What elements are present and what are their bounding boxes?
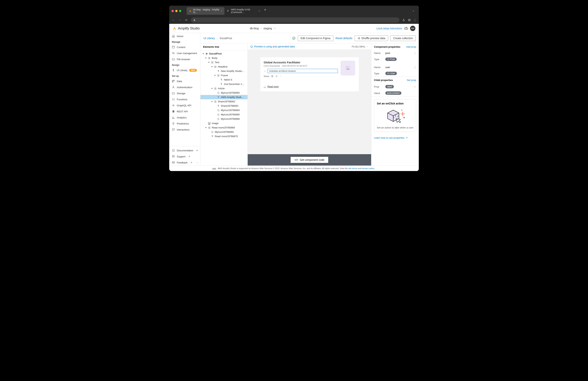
tree-row[interactable]: T2nd December 2… — [200, 82, 248, 86]
tree-row[interactable]: ▼Read more29766868 — [200, 125, 248, 130]
preview-info-link[interactable]: Preview is using auto-generated data — [250, 45, 295, 48]
browser-tab-2[interactable]: AWS Amplify UI Kit (Communit… × — [224, 7, 262, 15]
tree-row[interactable]: TNew Amplify Studio… — [200, 69, 248, 73]
close-tab-icon[interactable]: × — [259, 10, 260, 12]
sidebar-item-home[interactable]: Home — [169, 33, 200, 39]
sidebar-item-authentication[interactable]: Authentication — [169, 84, 200, 90]
arrow-right-icon: → — [264, 85, 266, 88]
set-prop-button[interactable]: Set prop — [407, 79, 416, 82]
reset-defaults-button[interactable]: Reset defaults — [336, 37, 353, 40]
avatar[interactable]: AW — [410, 26, 415, 31]
tree-label: Headline — [218, 65, 228, 68]
tree-twisty-icon[interactable]: ▼ — [211, 66, 213, 68]
fit-control[interactable]: Fit (61.59%) — [352, 45, 369, 48]
new-tab-button[interactable]: + — [262, 7, 268, 15]
prop-pill: label — [385, 85, 394, 88]
tree-row[interactable]: TAWS Amplify Studi… — [200, 95, 248, 99]
sidebar-item-file-browser[interactable]: File browser — [169, 56, 200, 62]
more-icon[interactable]: ⋮ — [414, 52, 416, 54]
preview-canvas[interactable]: Global Accounts Facilitator Carol Swania… — [248, 50, 371, 154]
tree-twisty-icon[interactable]: ▼ — [214, 74, 216, 76]
sidebar-item-rest-api[interactable]: REST API — [169, 108, 200, 114]
feedback-icon — [172, 161, 175, 164]
collapse-sidebar-icon[interactable]: ‹ — [197, 161, 198, 164]
add-prop-button[interactable]: Add prop — [406, 45, 416, 48]
sidebar-item-graphql-api[interactable]: GraphQL API — [169, 102, 200, 108]
tab-overflow-dropdown[interactable] — [412, 10, 415, 12]
tree-row[interactable]: ▼Share29766862 — [200, 99, 248, 104]
tree-row[interactable]: MyIcon29766869 — [200, 130, 248, 134]
sidebar-item-documentation[interactable]: Documentation↗ — [169, 147, 200, 154]
tree-twisty-icon[interactable]: ▼ — [202, 53, 204, 55]
sidebar-item-data[interactable]: Data — [169, 78, 200, 84]
sidebar-item-analytics[interactable]: Analytics — [169, 114, 200, 120]
forward-button[interactable]: → — [178, 18, 182, 22]
svg-point-11 — [173, 105, 174, 106]
logo[interactable]: Amplify Studio — [173, 26, 200, 30]
sidebar: Home Manage Content User management File… — [169, 33, 200, 166]
mock-readmore[interactable]: → Read more — [264, 85, 279, 88]
edit-in-figma-button[interactable]: Edit Component in Figma — [298, 35, 333, 41]
more-icon[interactable]: ⋮ — [279, 75, 281, 77]
sidebar-item-support[interactable]: Support↗ — [169, 154, 200, 159]
site-terms-link[interactable]: site terms — [348, 167, 357, 170]
tree-row[interactable]: ▼Text — [200, 60, 248, 65]
tree-twisty-icon[interactable]: ▼ — [211, 87, 213, 90]
maximize-window-button[interactable] — [179, 10, 181, 12]
tree-row[interactable]: image — [200, 121, 248, 125]
svg-point-20 — [277, 75, 277, 76]
breadcrumb-section[interactable]: UI Library — [203, 37, 215, 40]
tree-row[interactable]: MyIcon29766860 — [200, 91, 248, 95]
content-icon — [172, 45, 175, 49]
tree-twisty-icon[interactable]: ▼ — [211, 100, 213, 103]
sidebar-item-predictions[interactable]: Predictions — [169, 120, 200, 127]
info-circle-icon — [250, 45, 253, 48]
tree-row[interactable]: MyIcon29766864 — [200, 108, 248, 112]
learn-properties-link[interactable]: Learn how to use properties ↗ — [371, 134, 419, 141]
tree-row[interactable]: TRead more29766870 — [200, 134, 248, 138]
tree-twisty-icon[interactable]: ▼ — [208, 61, 210, 63]
browser-tab-1[interactable]: db-blog - staging - Amplify St… × — [187, 7, 224, 15]
sidebar-item-functions[interactable]: Functions — [169, 96, 200, 102]
tree-row[interactable]: TNikhil S — [200, 78, 248, 82]
address-bar[interactable] — [191, 17, 399, 23]
shuffle-button[interactable]: Shuffle preview data — [355, 35, 388, 41]
tree-row[interactable]: TShare29766863 — [200, 104, 248, 108]
reload-button[interactable]: ⟳ — [184, 18, 188, 22]
local-setup-link[interactable]: Local setup instructions — [377, 27, 402, 30]
sidebar-item-user-management[interactable]: User management — [169, 50, 200, 56]
tree-row[interactable]: ▼Headline — [200, 65, 248, 69]
tree-twisty-icon[interactable]: ▼ — [205, 127, 207, 129]
get-component-code-button[interactable]: </> Get component code — [291, 157, 328, 163]
browser-menu-icon[interactable]: ⋮ — [414, 18, 417, 22]
tree-header: Elements tree — [200, 44, 248, 50]
tree-twisty-icon[interactable]: ▼ — [205, 57, 207, 59]
bookmark-icon[interactable] — [271, 75, 273, 77]
tree-row[interactable]: MyIcon29766866 — [200, 117, 248, 121]
sidebar-item-ui-library[interactable]: UI LibraryNEW — [169, 67, 200, 73]
sidebar-item-content[interactable]: Content — [169, 44, 200, 50]
tree-row[interactable]: ▼Body — [200, 56, 248, 60]
cloud-sync-icon[interactable] — [404, 26, 408, 30]
tree-row[interactable]: ▼Frame — [200, 73, 248, 78]
mock-content-selected[interactable]: molestiae architecto tempore — [268, 69, 338, 73]
env-breadcrumb[interactable]: db-blog › staging — [250, 27, 276, 30]
tree-row[interactable]: ▼SocialPost — [200, 51, 248, 56]
minimize-window-button[interactable] — [175, 10, 178, 12]
sidebar-item-feedback[interactable]: Feedback↗‹ — [169, 159, 200, 166]
more-icon[interactable]: ⋮ — [414, 85, 416, 88]
share-browser-icon[interactable] — [402, 19, 405, 22]
sidebar-item-interactions[interactable]: Interactions — [169, 127, 200, 133]
back-button[interactable]: ← — [171, 18, 175, 22]
bookmark-star-icon[interactable] — [408, 19, 411, 22]
privacy-policy-link[interactable]: privacy policy — [362, 167, 375, 170]
close-window-button[interactable] — [171, 10, 174, 12]
sidebar-item-storage[interactable]: Storage — [169, 90, 200, 96]
create-collection-button[interactable]: Create collection — [390, 35, 416, 41]
more-icon[interactable]: ⋮ — [414, 66, 416, 69]
close-tab-icon[interactable]: × — [221, 10, 222, 12]
tree-row[interactable]: MyIcon29766865 — [200, 112, 248, 117]
share-icon[interactable] — [275, 75, 277, 77]
tree-row[interactable]: ▼Article — [200, 86, 248, 91]
analytics-icon — [172, 116, 175, 119]
